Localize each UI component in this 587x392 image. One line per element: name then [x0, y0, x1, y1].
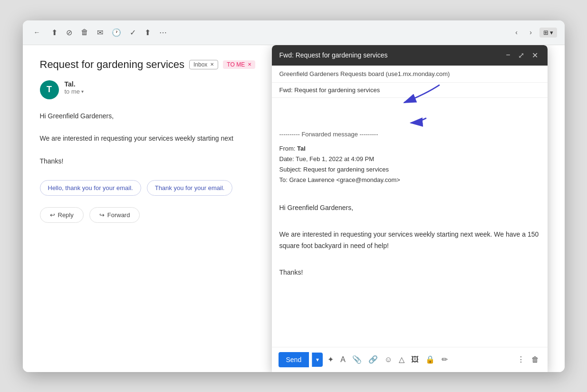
to-chevron-icon: ▾	[81, 89, 84, 94]
compose-from-label: From:	[279, 145, 296, 152]
minimize-button[interactable]: −	[504, 50, 512, 60]
compose-header-buttons: − ⤢ ✕	[504, 50, 539, 61]
compose-panel: Fwd: Request for gardening services − ⤢ …	[272, 45, 548, 372]
prev-email-button[interactable]: ‹	[511, 27, 522, 38]
inbox-badge: Inbox ✕	[189, 60, 218, 69]
tome-badge: TO ME ✕	[223, 60, 255, 69]
quick-reply-1[interactable]: Hello, thank you for your email.	[40, 180, 141, 196]
compose-to-value: Greenfield Gardeners Requests board (use…	[279, 70, 450, 77]
compose-subject-input[interactable]	[279, 86, 540, 94]
inbox-badge-close[interactable]: ✕	[210, 62, 214, 67]
back-button[interactable]: ←	[30, 26, 44, 39]
close-compose-button[interactable]: ✕	[530, 50, 540, 61]
browser-window: ← ⬆ ⊘ 🗑 ✉ 🕐 ✓ ⬆ ⋯ ‹ › ⊞ ▾ Request for ga…	[23, 20, 565, 372]
compose-content: ---------- Forwarded message --------- F…	[272, 98, 548, 347]
compose-to-fwd-label: To:	[279, 176, 288, 183]
compose-to-row: Greenfield Gardeners Requests board (use…	[272, 66, 548, 83]
move-icon[interactable]: ⬆	[143, 26, 153, 39]
tome-badge-close[interactable]: ✕	[248, 62, 251, 67]
compose-from-value: Tal	[297, 145, 306, 152]
grid-dropdown-icon: ▾	[550, 29, 553, 36]
drive-icon[interactable]: △	[397, 353, 406, 366]
ai-icon[interactable]: ✦	[326, 353, 336, 366]
delete-draft-icon[interactable]: 🗑	[529, 354, 541, 366]
spam-icon[interactable]: ⊘	[64, 26, 74, 39]
archive-icon[interactable]: ⬆	[49, 26, 59, 39]
forward-button[interactable]: ↪ Forward	[89, 207, 140, 223]
compose-body: Greenfield Gardeners Requests board (use…	[272, 66, 548, 347]
compose-to-fwd-value: Grace Lawrence <grace@monday.com>	[289, 176, 400, 183]
compose-subject-row	[272, 83, 548, 98]
compose-toolbar: Send ▾ ✦ A 📎 🔗 ☺ △ 🖼 🔒 ✏ ⋮ 🗑	[272, 347, 548, 372]
email-area: Request for gardening services Inbox ✕ T…	[23, 45, 565, 372]
more-options-icon[interactable]: ⋮	[515, 353, 527, 366]
reply-icon: ↩	[50, 211, 55, 219]
compose-greeting: Hi Greenfield Gardeners,	[279, 202, 540, 214]
check-icon[interactable]: ✓	[128, 26, 138, 39]
compose-subject-fwd-value: Request for gardening services	[303, 166, 389, 173]
compose-from-row: From: Tal	[279, 143, 540, 154]
grid-icon: ⊞	[543, 29, 549, 36]
photo-icon[interactable]: 🖼	[409, 354, 421, 366]
lock-icon[interactable]: 🔒	[423, 353, 437, 366]
compose-title: Fwd: Request for gardening services	[279, 51, 388, 59]
compose-subject-label: Subject:	[279, 166, 302, 173]
maximize-button[interactable]: ⤢	[516, 50, 526, 61]
emoji-icon[interactable]: ☺	[383, 354, 394, 366]
compose-forwarded-divider: ---------- Forwarded message ---------	[279, 129, 540, 140]
reply-button[interactable]: ↩ Reply	[40, 207, 84, 223]
attach-icon[interactable]: 📎	[350, 353, 364, 366]
compose-header: Fwd: Request for gardening services − ⤢ …	[272, 45, 548, 66]
email-subject: Request for gardening services	[40, 58, 185, 71]
next-email-button[interactable]: ›	[525, 27, 537, 38]
send-dropdown-button[interactable]: ▾	[312, 353, 323, 367]
browser-toolbar: ← ⬆ ⊘ 🗑 ✉ 🕐 ✓ ⬆ ⋯ ‹ › ⊞ ▾	[23, 20, 565, 45]
sender-name: Tal.	[65, 80, 84, 88]
clock-icon[interactable]: 🕐	[110, 26, 123, 39]
avatar: T	[40, 80, 59, 99]
compose-date-label: Date:	[279, 155, 294, 163]
mail-icon[interactable]: ✉	[95, 26, 105, 39]
quick-reply-2[interactable]: Thank you for your email.	[147, 180, 233, 196]
compose-thanks: Thanks!	[279, 267, 540, 278]
compose-toolbar-end: ⋮ 🗑	[515, 353, 541, 366]
link-icon[interactable]: 🔗	[366, 353, 380, 366]
send-button[interactable]: Send	[279, 352, 309, 367]
compose-date-row: Date: Tue, Feb 1, 2022 at 4:09 PM	[279, 154, 540, 164]
compose-date-value: Tue, Feb 1, 2022 at 4:09 PM	[296, 155, 374, 163]
more-icon[interactable]: ⋯	[157, 26, 169, 39]
sender-to[interactable]: to me ▾	[65, 88, 84, 95]
forward-icon: ↪	[99, 211, 105, 219]
pen-icon[interactable]: ✏	[440, 353, 450, 366]
compose-to-fwd-row: To: Grace Lawrence <grace@monday.com>	[279, 175, 540, 185]
font-icon[interactable]: A	[338, 354, 347, 366]
compose-message: We are interested in requesting your ser…	[279, 229, 540, 252]
compose-subject-fwd-row: Subject: Request for gardening services	[279, 164, 540, 175]
grid-view-button[interactable]: ⊞ ▾	[539, 28, 557, 38]
delete-icon[interactable]: 🗑	[79, 26, 90, 38]
sender-info: Tal. to me ▾	[65, 80, 84, 95]
